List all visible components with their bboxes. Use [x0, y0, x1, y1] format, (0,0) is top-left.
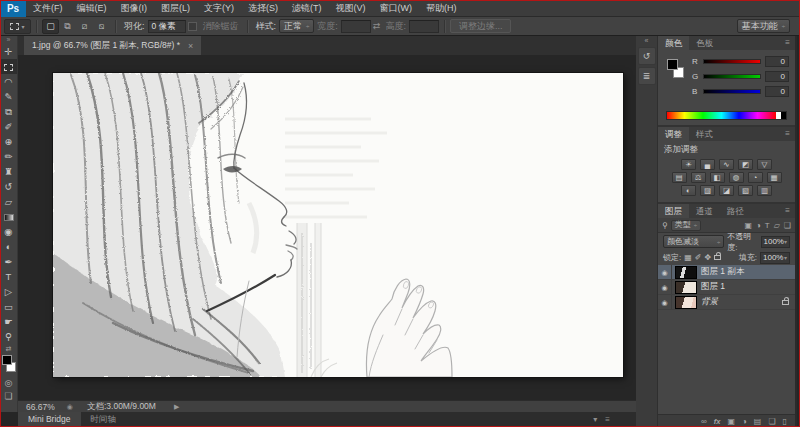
posterize-icon[interactable]: ▨: [700, 185, 715, 196]
layer-thumbnail[interactable]: [675, 281, 697, 294]
panel-menu-icon[interactable]: ≡: [605, 415, 610, 424]
tool-hand[interactable]: ☛: [0, 314, 17, 329]
channel-mixer-icon[interactable]: ◔: [748, 172, 763, 183]
color-spectrum-ramp[interactable]: [666, 111, 787, 120]
green-value-input[interactable]: 0: [765, 71, 789, 82]
tab-layers[interactable]: 图层: [658, 204, 689, 218]
canvas-workspace[interactable]: [18, 55, 636, 400]
layer-name[interactable]: 图层 1 副本: [701, 266, 744, 278]
tool-eraser[interactable]: ▱: [0, 194, 17, 209]
filter-adjustment-layers-icon[interactable]: ◑: [756, 221, 761, 230]
new-adjustment-button[interactable]: ◑: [742, 417, 747, 426]
new-group-button[interactable]: ▤: [754, 417, 762, 426]
foreground-background-swatch[interactable]: [0, 353, 17, 377]
color-balance-icon[interactable]: ⚖: [691, 172, 706, 183]
menu-help[interactable]: 帮助(H): [419, 0, 464, 17]
black-white-icon[interactable]: ◧: [710, 172, 725, 183]
tool-type[interactable]: T: [0, 269, 17, 284]
menu-select[interactable]: 选择(S): [241, 0, 285, 17]
dock-collapse-icon[interactable]: «: [636, 37, 657, 45]
panel-menu-icon[interactable]: ≡: [785, 127, 790, 141]
current-tool-button[interactable]: ▾: [4, 19, 31, 34]
visibility-eye-icon[interactable]: ◉: [658, 280, 672, 294]
color-lookup-icon[interactable]: ▦: [767, 172, 782, 183]
swap-colors-icon[interactable]: ⇄: [0, 344, 17, 353]
tool-eyedropper[interactable]: ✐: [0, 119, 17, 134]
layer-row-background[interactable]: ◉ 背景: [658, 295, 795, 310]
layer-thumbnail[interactable]: [675, 296, 697, 309]
selective-color-icon[interactable]: ▧: [738, 185, 753, 196]
tool-brush[interactable]: ✏: [0, 149, 17, 164]
lock-all-icon[interactable]: [714, 255, 721, 260]
tab-styles[interactable]: 样式: [689, 127, 720, 141]
menu-filter[interactable]: 滤镜(T): [285, 0, 329, 17]
refine-edge-button[interactable]: 调整边缘...: [450, 19, 512, 33]
blue-value-input[interactable]: 0: [765, 86, 789, 97]
filter-type-layers-icon[interactable]: T: [765, 221, 770, 230]
close-icon[interactable]: ×: [188, 41, 193, 51]
tool-spot-healing[interactable]: ⊕: [0, 134, 17, 149]
lock-paint-icon[interactable]: ✐: [695, 253, 702, 262]
levels-icon[interactable]: ▄: [700, 159, 715, 170]
menu-edit[interactable]: 编辑(E): [70, 0, 114, 17]
lock-position-icon[interactable]: ✥: [705, 253, 712, 262]
style-select[interactable]: 正常 ÷: [279, 19, 314, 33]
layer-name[interactable]: 背景: [701, 296, 718, 308]
add-to-selection-button[interactable]: ⧉: [59, 19, 76, 34]
menu-window[interactable]: 窗口(W): [373, 0, 420, 17]
tool-clone-stamp[interactable]: ♜: [0, 164, 17, 179]
lock-transparency-icon[interactable]: ▦: [684, 253, 692, 262]
tool-lasso[interactable]: ◠: [0, 74, 17, 89]
tab-adjustments[interactable]: 调整: [658, 127, 689, 141]
panel-menu-icon[interactable]: ≡: [785, 36, 790, 50]
subtract-from-selection-button[interactable]: ⧄: [76, 19, 93, 34]
brightness-contrast-icon[interactable]: ☀: [681, 159, 696, 170]
visibility-eye-icon[interactable]: ◉: [658, 295, 672, 309]
tool-blur[interactable]: ◉: [0, 224, 17, 239]
tool-path-selection[interactable]: ▷: [0, 284, 17, 299]
hue-saturation-icon[interactable]: ▤: [672, 172, 687, 183]
photo-filter-icon[interactable]: ◍: [729, 172, 744, 183]
menu-file[interactable]: 文件(F): [26, 0, 70, 17]
blend-mode-select[interactable]: 颜色减淡 ÷: [663, 235, 724, 248]
fill-input[interactable]: 100% ▾: [760, 252, 790, 264]
tool-gradient[interactable]: [0, 209, 17, 224]
foreground-color-swatch[interactable]: [667, 59, 678, 70]
delete-layer-button[interactable]: ▯: [783, 417, 787, 426]
status-menu-arrow-icon[interactable]: ▶: [174, 403, 179, 411]
tool-pen[interactable]: ✒: [0, 254, 17, 269]
menu-view[interactable]: 视图(V): [329, 0, 373, 17]
panel-collapse-icon[interactable]: ▾: [593, 415, 597, 424]
feather-input[interactable]: 0 像素: [148, 20, 186, 33]
filter-pixel-layers-icon[interactable]: ▣: [744, 221, 752, 230]
tab-color[interactable]: 颜色: [658, 36, 689, 50]
zoom-level-field[interactable]: 66.67%: [26, 402, 55, 412]
tab-channels[interactable]: 通道: [689, 204, 720, 218]
menu-layer[interactable]: 图层(L): [154, 0, 197, 17]
tab-paths[interactable]: 路径: [720, 204, 751, 218]
properties-panel-button[interactable]: ≣: [638, 67, 656, 85]
layer-row-copy[interactable]: ◉ 图层 1 副本: [658, 265, 795, 280]
layer-row-1[interactable]: ◉ 图层 1: [658, 280, 795, 295]
menu-type[interactable]: 文字(Y): [197, 0, 241, 17]
filter-smart-objects-icon[interactable]: ❏: [784, 221, 791, 230]
vibrance-icon[interactable]: ▽: [757, 159, 772, 170]
tab-mini-bridge[interactable]: Mini Bridge: [18, 412, 81, 427]
link-layers-button[interactable]: ∞: [701, 417, 707, 426]
tool-crop[interactable]: ⧉: [0, 104, 17, 119]
invert-icon[interactable]: ◐: [681, 185, 696, 196]
curves-icon[interactable]: ∿: [719, 159, 734, 170]
tool-shape[interactable]: ▭: [0, 299, 17, 314]
swap-width-height-icon[interactable]: ⇄: [373, 21, 381, 31]
tab-swatches[interactable]: 色板: [689, 36, 720, 50]
tool-dodge[interactable]: ◐: [0, 239, 17, 254]
foreground-color-swatch[interactable]: [2, 355, 12, 365]
red-value-input[interactable]: 0: [765, 56, 789, 67]
panel-menu-icon[interactable]: ≡: [785, 204, 790, 218]
tool-quick-selection[interactable]: ✎: [0, 89, 17, 104]
new-layer-button[interactable]: ❏: [768, 417, 775, 426]
tool-history-brush[interactable]: ↺: [0, 179, 17, 194]
gradient-map-icon[interactable]: ▥: [757, 185, 772, 196]
width-input[interactable]: [341, 20, 371, 33]
screen-mode-button[interactable]: ❏: [0, 390, 17, 403]
